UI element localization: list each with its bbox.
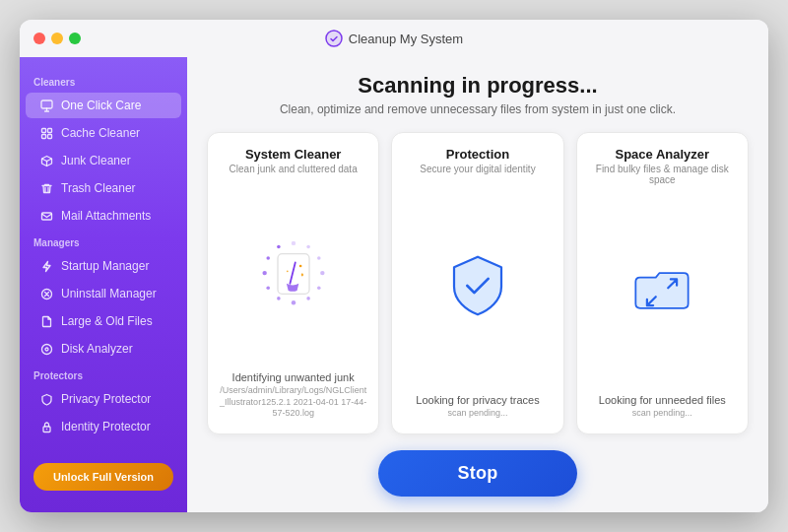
protection-card: Protection Secure your digital identity … xyxy=(391,132,563,434)
system-cleaner-illustration xyxy=(220,184,366,364)
close-button[interactable] xyxy=(33,33,45,44)
system-cleaner-status: Identifying unwanted junk /Users/admin/L… xyxy=(220,371,366,420)
svg-point-24 xyxy=(277,245,281,249)
protection-status-detail: scan pending... xyxy=(416,408,539,420)
svg-rect-3 xyxy=(41,128,45,132)
svg-point-9 xyxy=(41,344,51,354)
space-analyzer-status: Looking for unneeded files scan pending.… xyxy=(599,394,726,420)
sidebar-item-mail-attachments[interactable]: Mail Attachments xyxy=(26,203,181,229)
sidebar-label-cache-cleaner: Cache Cleaner xyxy=(61,126,140,140)
svg-point-14 xyxy=(306,245,310,249)
sidebar-item-startup-manager[interactable]: Startup Manager xyxy=(26,253,181,279)
svg-point-28 xyxy=(287,270,289,272)
cleaners-section-label: Cleaners xyxy=(20,69,187,92)
space-analyzer-status-detail: scan pending... xyxy=(599,408,726,420)
sidebar-label-disk-analyzer: Disk Analyzer xyxy=(61,342,133,356)
lock-icon xyxy=(39,420,53,433)
sidebar-label-uninstall-manager: Uninstall Manager xyxy=(61,287,157,300)
protection-subtitle: Secure your digital identity xyxy=(420,164,535,174)
minimize-button[interactable] xyxy=(51,33,63,44)
sidebar: Cleaners One Click Care xyxy=(20,57,187,512)
zap-icon xyxy=(39,259,53,273)
sidebar-item-disk-analyzer[interactable]: Disk Analyzer xyxy=(26,336,181,362)
content-header: Scanning in progress... Clean, optimize … xyxy=(207,73,749,116)
system-cleaner-subtitle: Clean junk and cluttered data xyxy=(230,164,358,174)
space-analyzer-status-text: Looking for unneeded files xyxy=(599,394,726,406)
sidebar-label-privacy-protector: Privacy Protector xyxy=(61,392,151,406)
protectors-section-label: Protectors xyxy=(20,363,187,385)
sidebar-item-trash-cleaner[interactable]: Trash Cleaner xyxy=(26,175,181,201)
svg-rect-7 xyxy=(41,213,51,220)
svg-point-21 xyxy=(266,286,270,290)
sidebar-label-trash-cleaner: Trash Cleaner xyxy=(61,181,136,195)
sidebar-item-large-old-files[interactable]: Large & Old Files xyxy=(26,308,181,334)
system-cleaner-title: System Cleaner xyxy=(245,147,342,162)
svg-point-16 xyxy=(320,271,324,275)
sidebar-item-one-click-care[interactable]: One Click Care xyxy=(26,93,181,118)
sidebar-label-mail-attachments: Mail Attachments xyxy=(61,209,151,223)
protection-svg xyxy=(438,246,517,325)
stop-button-wrapper: Stop xyxy=(207,450,749,497)
mail-icon xyxy=(39,209,53,223)
sidebar-bottom: Unlock Full Version xyxy=(20,453,187,500)
system-cleaner-card: System Cleaner Clean junk and cluttered … xyxy=(207,132,379,434)
unlock-full-version-button[interactable]: Unlock Full Version xyxy=(33,463,173,491)
svg-rect-2 xyxy=(41,100,52,108)
cards-row: System Cleaner Clean junk and cluttered … xyxy=(207,132,749,434)
svg-point-10 xyxy=(45,348,48,351)
file-icon xyxy=(39,314,53,328)
maximize-button[interactable] xyxy=(69,33,81,44)
app-icon xyxy=(325,30,343,47)
system-cleaner-svg xyxy=(254,234,333,313)
protection-status-text: Looking for privacy traces xyxy=(416,394,539,406)
scanning-title: Scanning in progress... xyxy=(207,73,749,99)
svg-rect-5 xyxy=(41,134,45,138)
sidebar-item-cache-cleaner[interactable]: Cache Cleaner xyxy=(26,120,181,146)
svg-point-15 xyxy=(317,256,321,260)
traffic-lights xyxy=(33,33,81,44)
sidebar-label-startup-manager: Startup Manager xyxy=(61,259,149,273)
app-title: Cleanup My System xyxy=(325,30,463,47)
svg-point-20 xyxy=(277,297,281,300)
sidebar-label-one-click-care: One Click Care xyxy=(61,99,141,112)
protection-title: Protection xyxy=(446,147,509,162)
sidebar-item-junk-cleaner[interactable]: Junk Cleaner xyxy=(26,148,181,173)
svg-point-22 xyxy=(262,271,266,275)
stop-button[interactable]: Stop xyxy=(378,450,576,497)
protection-illustration xyxy=(404,184,551,386)
trash-icon xyxy=(39,181,53,195)
protection-status: Looking for privacy traces scan pending.… xyxy=(416,394,539,420)
sidebar-label-identity-protector: Identity Protector xyxy=(61,420,151,433)
svg-point-23 xyxy=(266,256,270,260)
sidebar-item-uninstall-manager[interactable]: Uninstall Manager xyxy=(26,281,181,306)
space-analyzer-illustration xyxy=(589,195,736,386)
x-circle-icon xyxy=(39,287,53,300)
app-window: Cleanup My System Cleaners One Click Car… xyxy=(20,20,768,512)
svg-point-13 xyxy=(291,241,295,245)
managers-section-label: Managers xyxy=(20,230,187,252)
main-layout: Cleaners One Click Care xyxy=(20,57,768,512)
svg-point-12 xyxy=(45,428,47,430)
monitor-icon xyxy=(39,99,53,112)
space-analyzer-subtitle: Find bulky files & manage disk space xyxy=(589,164,736,185)
space-analyzer-title: Space Analyzer xyxy=(616,147,710,162)
svg-point-19 xyxy=(291,300,295,304)
svg-rect-4 xyxy=(47,128,51,132)
disc-icon xyxy=(39,342,53,356)
main-content: Scanning in progress... Clean, optimize … xyxy=(187,57,768,512)
system-cleaner-status-text: Identifying unwanted junk xyxy=(220,371,366,383)
shield-icon xyxy=(39,392,53,406)
sidebar-label-large-old-files: Large & Old Files xyxy=(61,314,153,328)
sidebar-item-privacy-protector[interactable]: Privacy Protector xyxy=(26,386,181,412)
svg-point-18 xyxy=(306,297,310,300)
system-cleaner-status-detail: /Users/admin/Library/Logs/NGLClient_Illu… xyxy=(220,385,366,420)
svg-point-17 xyxy=(317,286,321,290)
titlebar: Cleanup My System xyxy=(20,20,768,57)
svg-rect-6 xyxy=(47,134,51,138)
svg-point-27 xyxy=(298,265,301,268)
space-analyzer-svg xyxy=(623,251,701,330)
sidebar-label-junk-cleaner: Junk Cleaner xyxy=(61,154,131,167)
package-icon xyxy=(39,154,53,167)
scanning-subtitle: Clean, optimize and remove unnecessary f… xyxy=(207,102,749,116)
sidebar-item-identity-protector[interactable]: Identity Protector xyxy=(26,414,181,439)
